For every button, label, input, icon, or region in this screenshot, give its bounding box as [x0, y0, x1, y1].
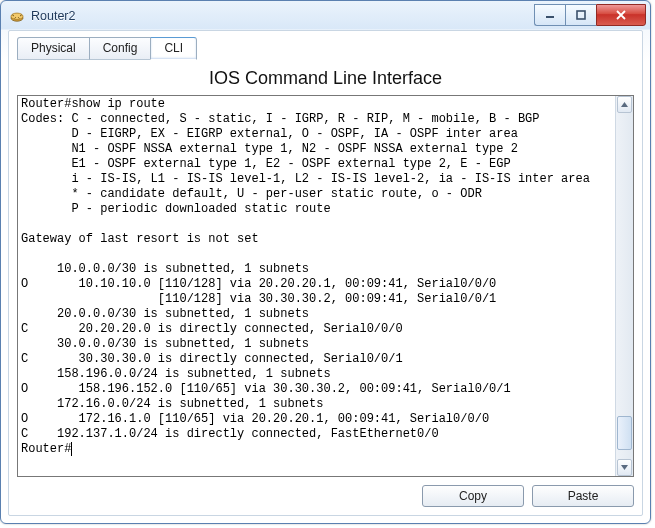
client-area: Physical Config CLI IOS Command Line Int…	[8, 30, 643, 516]
tab-physical[interactable]: Physical	[17, 37, 90, 60]
cli-cursor: ​	[71, 442, 72, 456]
pane-title: IOS Command Line Interface	[17, 68, 634, 89]
svg-rect-2	[546, 16, 554, 18]
scroll-thumb[interactable]	[617, 416, 632, 450]
svg-point-1	[11, 13, 23, 19]
router-icon	[9, 8, 25, 24]
paste-button[interactable]: Paste	[532, 485, 634, 507]
close-button[interactable]	[596, 4, 646, 26]
tab-bar: Physical Config CLI	[17, 37, 634, 60]
scroll-up-button[interactable]	[617, 96, 632, 113]
tab-cli[interactable]: CLI	[150, 37, 197, 60]
tab-config[interactable]: Config	[89, 37, 152, 60]
window-controls	[534, 4, 646, 26]
button-row: Copy Paste	[17, 485, 634, 507]
maximize-button[interactable]	[565, 4, 596, 26]
app-window: Router2 Physical Config CLI IOS Command …	[0, 0, 651, 524]
svg-rect-3	[577, 11, 585, 19]
scrollbar-vertical[interactable]	[615, 96, 633, 476]
titlebar[interactable]: Router2	[1, 1, 650, 30]
window-title: Router2	[31, 9, 534, 23]
copy-button[interactable]: Copy	[422, 485, 524, 507]
minimize-button[interactable]	[534, 4, 565, 26]
terminal-container: Router#show ip route Codes: C - connecte…	[17, 95, 634, 477]
cli-terminal[interactable]: Router#show ip route Codes: C - connecte…	[18, 96, 615, 476]
scroll-down-button[interactable]	[617, 459, 632, 476]
